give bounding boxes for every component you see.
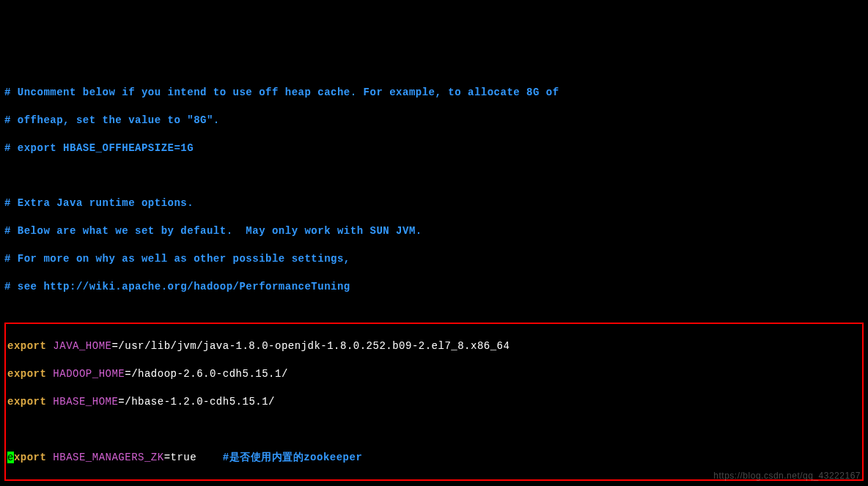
value-java-home: /usr/lib/jvm/java-1.8.0-openjdk-1.8.0.25… [118,340,510,352]
comment-line: # offheap, set the value to "8G". [4,114,864,128]
var-managers-zk: HBASE_MANAGERS_ZK [46,452,163,463]
inline-comment: #是否使用内置的zookeeper [223,452,363,463]
keyword-export: xport [14,452,47,463]
var-java-home: JAVA_HOME [46,340,111,352]
keyword-export: export [7,368,46,380]
blank-line [4,169,864,183]
export-managers-zk: export HBASE_MANAGERS_ZK=true #是否使用内置的zo… [7,451,861,465]
value-managers-zk: true [171,452,197,463]
blank-line [7,423,861,437]
keyword-export: export [7,340,46,352]
comment-line: # see http://wiki.apache.org/hadoop/Perf… [4,280,864,294]
var-hadoop-home: HADOOP_HOME [46,368,125,380]
equals-sign: = [118,396,125,408]
comment-line: # Below are what we set by default. May … [4,224,864,238]
export-hadoop-home: export HADOOP_HOME=/hadoop-2.6.0-cdh5.15… [7,367,861,381]
equals-sign: = [164,452,171,463]
export-hbase-home: export HBASE_HOME=/hbase-1.2.0-cdh5.15.1… [7,395,861,409]
value-hbase-home: /hbase-1.2.0-cdh5.15.1/ [125,396,275,408]
highlighted-region: export JAVA_HOME=/usr/lib/jvm/java-1.8.0… [4,323,864,481]
keyword-export: export [7,396,46,408]
value-hadoop-home: /hadoop-2.6.0-cdh5.15.1/ [131,368,288,380]
equals-sign: = [125,368,131,380]
equals-sign: = [111,340,118,352]
export-java-home: export JAVA_HOME=/usr/lib/jvm/java-1.8.0… [7,339,861,353]
comment-line: # Extra Java runtime options. [4,196,864,210]
comment-line: # Uncomment below if you intend to use o… [4,86,864,100]
watermark: https://blog.csdn.net/qq_43222167 [713,470,861,482]
cursor: e [7,452,14,463]
comment-line: # export HBASE_OFFHEAPSIZE=1G [4,141,864,155]
gap [196,452,223,463]
var-hbase-home: HBASE_HOME [46,396,118,408]
comment-line: # For more on why as well as other possi… [4,252,864,266]
terminal-editor[interactable]: # Uncomment below if you intend to use o… [4,59,864,486]
